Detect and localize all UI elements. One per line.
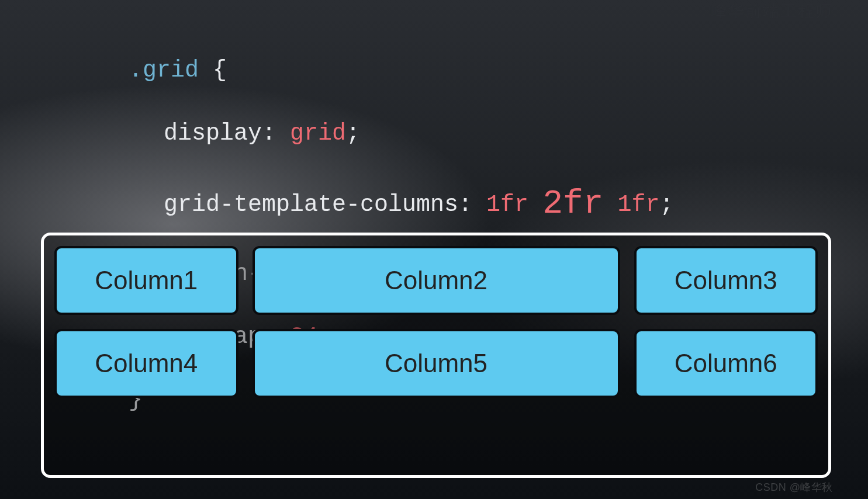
code-val-0: grid (290, 120, 346, 147)
grid-cell: Column6 (634, 329, 818, 398)
grid-cell: Column1 (54, 246, 238, 315)
watermark-top: 峰华前端工程师 (710, 0, 833, 22)
grid-cell: Column4 (54, 329, 238, 398)
code-selector: .grid (129, 57, 199, 84)
code-open-brace: { (199, 57, 227, 84)
grid-demo: Column1 Column2 Column3 Column4 Column5 … (54, 246, 818, 398)
code-val-emphasis: 2fr (542, 185, 603, 223)
watermark-bottom: CSDN @峰华秋 (755, 480, 833, 494)
code-prop-0: display (164, 120, 262, 147)
grid-cell: Column3 (634, 246, 818, 315)
grid-cell: Column5 (253, 329, 620, 398)
grid-cell: Column2 (253, 246, 620, 315)
grid-demo-container: Column1 Column2 Column3 Column4 Column5 … (41, 233, 831, 478)
code-prop-1: grid-template-columns (164, 192, 458, 218)
